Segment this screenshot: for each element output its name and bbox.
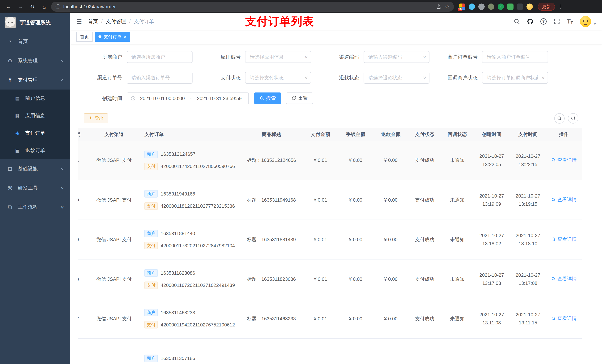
sidebar-item-workflow[interactable]: 工作流程 (0, 198, 70, 217)
tab-pay-order[interactable]: 支付订单 (95, 32, 130, 42)
sidebar-item-pay-order[interactable]: 支付订单 (0, 124, 70, 142)
close-icon[interactable] (124, 34, 127, 39)
extension-drop-icon[interactable] (469, 3, 475, 10)
dashboard-icon (7, 38, 13, 45)
search-icon (551, 237, 556, 242)
profile-avatar-icon[interactable] (527, 3, 533, 10)
extension-dark-icon[interactable] (517, 3, 523, 10)
pay-badge: 支付 (144, 242, 158, 249)
cell-title: 标题：1635312124656 (240, 141, 303, 180)
cell-pay-status: 支付成功 (408, 220, 441, 259)
font-size-icon[interactable] (567, 19, 573, 24)
breadcrumb-home[interactable]: 首页 (88, 18, 98, 25)
cell-action (546, 338, 582, 364)
chevron-up-icon (60, 78, 64, 82)
field-label: 支付状态 (196, 74, 245, 81)
view-detail-link[interactable]: 查看详情 (551, 157, 577, 163)
merchant-input[interactable] (127, 51, 193, 63)
merchant-order-no-input[interactable] (482, 51, 548, 63)
filter-notify-status: 回调商户状态 (433, 72, 552, 83)
sidebar-item-app-info[interactable]: 应用信息 (0, 107, 70, 124)
cell-title: 标题：1635311949168 (240, 180, 303, 220)
cell-pay-amount (303, 338, 338, 364)
cell-fee-amount: ¥ 0.00 (338, 141, 373, 180)
help-icon[interactable] (540, 18, 547, 25)
home-icon[interactable] (39, 2, 49, 11)
date-range-picker[interactable]: 2021-10-01 00:00:00 - 2021-10-31 23:59:5… (127, 93, 249, 104)
extension-check-icon[interactable] (498, 3, 504, 10)
export-button[interactable]: 导出 (84, 113, 108, 123)
col-notify-status: 回调状态 (441, 128, 473, 141)
table-row[interactable]: 21 微信 JSAPI 支付 商户1635312124657 支付4200001… (78, 141, 582, 180)
browser-menu-icon[interactable] (557, 3, 564, 10)
view-detail-link[interactable]: 查看详情 (551, 236, 577, 242)
table-row[interactable]: 17 微信 JSAPI 支付 商户1635311468233 支付4200001… (78, 299, 582, 338)
search-icon (551, 197, 556, 202)
field-label: 应用编号 (196, 54, 245, 60)
filter-pay-status: 支付状态 (196, 72, 315, 83)
search-button[interactable]: 搜索 (254, 93, 281, 104)
cell-pay-time (510, 338, 546, 364)
merchant-badge: 商户 (144, 354, 158, 362)
refund-status-select[interactable] (364, 72, 430, 83)
table-row[interactable]: 20 微信 JSAPI 支付 商户1635311949168 支付4200001… (78, 180, 582, 220)
sidebar-item-home[interactable]: 首页 (0, 32, 70, 51)
view-detail-link[interactable]: 查看详情 (551, 276, 577, 282)
channel-code-select[interactable] (364, 51, 430, 63)
cell-fee-amount (338, 338, 373, 364)
notify-status-select[interactable] (482, 72, 548, 83)
cell-channel: 微信 JSAPI 支付 (88, 220, 140, 259)
reset-button[interactable]: 重置 (286, 93, 313, 104)
cell-create-time: 2021-10-2713:22:05 (473, 141, 510, 180)
toggle-search-button[interactable] (554, 113, 565, 124)
app-id-select[interactable] (245, 51, 311, 63)
github-icon[interactable] (527, 18, 533, 25)
merchant-badge: 商户 (144, 269, 158, 277)
cell-pay-time: 2021-10-2713:19:15 (510, 180, 546, 220)
sidebar-item-system[interactable]: 系统管理 (0, 51, 70, 70)
cell-channel (88, 338, 140, 364)
site-info-icon[interactable] (55, 3, 60, 10)
extension-gray-icon[interactable] (478, 3, 485, 10)
address-bar[interactable]: localhost:1024/pay/order (51, 2, 454, 12)
reload-icon[interactable] (27, 2, 37, 11)
extension-grid-icon[interactable]: 10 (459, 3, 465, 10)
sidebar-item-devtools[interactable]: 研发工具 (0, 178, 70, 198)
back-icon[interactable] (4, 2, 13, 11)
table-row[interactable]: 19 微信 JSAPI 支付 商户1635311881440 支付4200001… (78, 220, 582, 259)
tags-view-bar: 首页 支付订单 (70, 30, 602, 44)
extension-olive-icon[interactable] (488, 3, 494, 10)
cell-refund-amount: ¥ 0.00 (373, 220, 408, 259)
table-row[interactable]: 18 微信 JSAPI 支付 商户1635311823086 支付4200001… (78, 259, 582, 299)
breadcrumb-payment[interactable]: 支付管理 (106, 18, 126, 25)
extension-chat-icon[interactable] (507, 3, 514, 10)
forward-icon[interactable] (16, 2, 25, 11)
tab-home[interactable]: 首页 (76, 32, 93, 42)
sidebar-item-refund-order[interactable]: 退款订单 (0, 142, 70, 159)
sidebar-item-payment[interactable]: 支付管理 (0, 70, 70, 90)
cell-notify-status: 未通知 (441, 299, 473, 338)
browser-update-button[interactable]: 更新 (538, 3, 555, 11)
col-pay-time: 支付时间 (510, 128, 546, 141)
browser-chrome: localhost:1024/pay/order 10 更新 (0, 0, 602, 13)
channel-order-no-input[interactable] (127, 72, 193, 83)
view-detail-link[interactable]: 查看详情 (551, 197, 577, 203)
table-row[interactable]: 商户1635311357186 支付 (78, 338, 582, 364)
sidebar-item-infra[interactable]: 基础设施 (0, 159, 70, 178)
filter-channel-order-no: 渠道订单号 (78, 72, 196, 83)
search-icon (551, 316, 556, 321)
bookmark-star-icon[interactable] (445, 4, 450, 10)
refresh-table-button[interactable] (568, 113, 578, 124)
avatar-caret-down-icon[interactable] (593, 21, 597, 26)
menu-fold-icon[interactable] (76, 18, 82, 25)
sidebar-item-merchant-info[interactable]: 商户信息 (0, 90, 70, 107)
url-text: localhost:1024/pay/order (63, 4, 433, 10)
user-avatar[interactable] (580, 16, 591, 27)
pay-status-select[interactable] (245, 72, 311, 83)
share-icon[interactable] (436, 4, 441, 9)
cell-title: 标题：1635311468233 (240, 299, 303, 338)
orders-table-wrap: 编号 支付渠道 支付订单 商品标题 支付金额 手续金额 退款金额 支付状态 回调… (78, 128, 595, 364)
fullscreen-icon[interactable] (554, 18, 560, 25)
search-icon[interactable] (514, 18, 520, 25)
view-detail-link[interactable]: 查看详情 (551, 315, 577, 322)
